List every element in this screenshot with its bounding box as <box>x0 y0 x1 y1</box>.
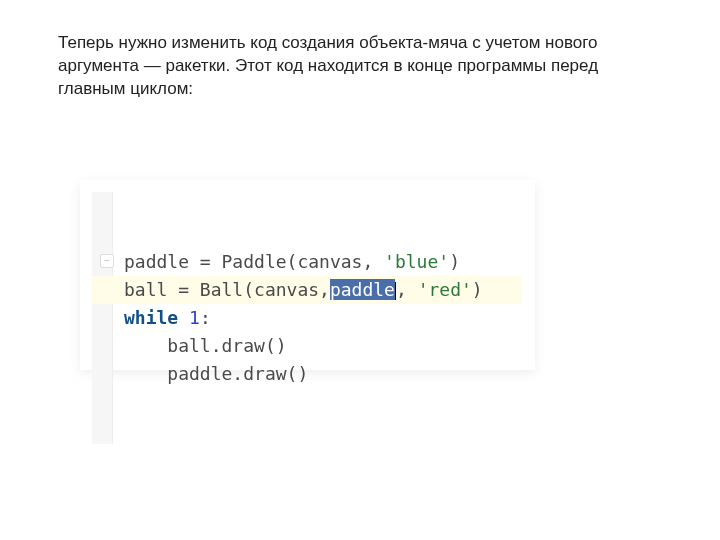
number-literal: 1 <box>189 307 200 328</box>
selection: paddle <box>330 279 395 300</box>
string-literal: 'blue' <box>384 251 449 272</box>
code-text: ball = Ball(canvas, <box>124 279 330 300</box>
keyword: while <box>124 307 189 328</box>
code-editor: − paddle = Paddle(canvas, 'blue')ball = … <box>92 192 522 444</box>
string-literal: 'red' <box>418 279 472 300</box>
code-text: , <box>396 279 418 300</box>
code-text: ball.draw() <box>124 335 287 356</box>
code-line-1: paddle = Paddle(canvas, 'blue') <box>92 248 522 276</box>
code-line-3: while 1: <box>92 304 522 332</box>
code-text: ) <box>472 279 483 300</box>
code-text: ) <box>449 251 460 272</box>
code-block: paddle = Paddle(canvas, 'blue')ball = Ba… <box>92 192 522 444</box>
code-text: paddle = Paddle(canvas, <box>124 251 384 272</box>
code-line-2: ball = Ball(canvas,paddle, 'red') <box>92 276 522 304</box>
code-text: paddle.draw() <box>124 363 308 384</box>
code-text: : <box>200 307 211 328</box>
code-line-5: paddle.draw() <box>92 360 522 388</box>
code-line-4: ball.draw() <box>92 332 522 360</box>
description-text: Теперь нужно изменить код создания объек… <box>58 32 618 101</box>
